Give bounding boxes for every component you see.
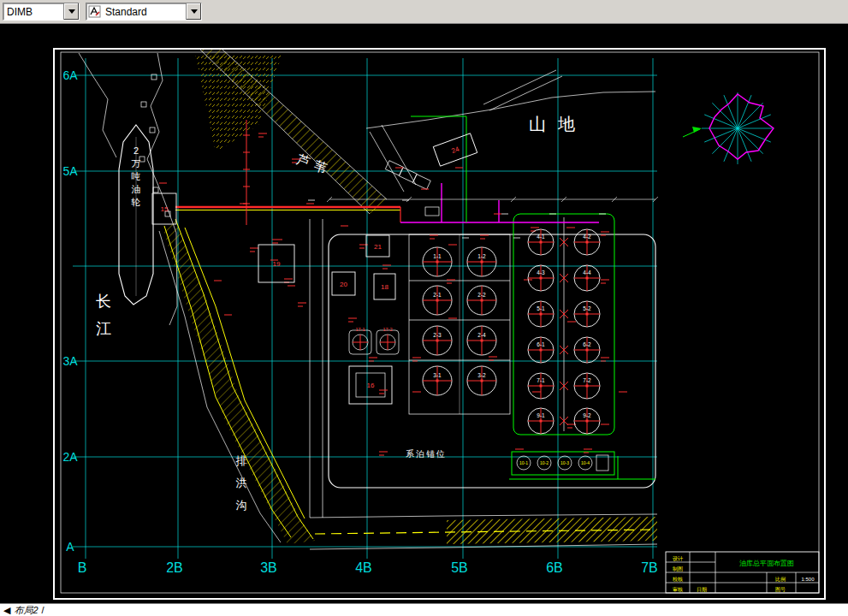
tank-label: 2-4	[477, 332, 486, 338]
building-label: 21	[374, 243, 382, 251]
dim-style-combo[interactable]: DIMB	[3, 3, 80, 21]
small-tank-label: 10-3	[560, 460, 569, 465]
cad-window: DIMB Standard	[0, 0, 848, 616]
chevron-down-icon	[191, 9, 198, 14]
tank-label: 4-2	[583, 234, 591, 240]
tank-center	[540, 241, 543, 244]
tank-center	[540, 420, 543, 423]
text-style-icon	[86, 3, 102, 20]
tank-center	[436, 380, 439, 382]
small-tank-label: 10-1	[519, 460, 528, 465]
building-label: 15	[161, 205, 169, 213]
pump-units: 17-117-2	[353, 327, 395, 350]
small-tank-label: 10-2	[540, 460, 549, 465]
mooring-label: 系泊锚位	[406, 449, 447, 459]
tank-center	[586, 277, 589, 280]
tank-label: 4-3	[537, 270, 545, 275]
tank-center	[540, 385, 543, 388]
title-block-cell: 日期	[697, 587, 707, 593]
axis-label: 6A	[62, 68, 78, 82]
tank-label: 3-2	[477, 372, 486, 378]
pump-label: 17-1	[355, 327, 365, 332]
title-block-cell: 图号	[775, 587, 786, 593]
dim-style-value: DIMB	[3, 3, 63, 20]
layout-tab[interactable]: 布局2	[14, 604, 38, 616]
tank-label: 7-2	[583, 377, 591, 383]
building-label: 19	[273, 260, 281, 268]
tank-center	[586, 349, 589, 352]
title-block-cell: 设计	[673, 555, 683, 561]
tank-label: 7-1	[537, 377, 545, 383]
reed-marsh: 芦苇	[195, 50, 387, 214]
tank-center	[586, 313, 589, 316]
tank-center	[481, 340, 483, 342]
pump-label: 17-2	[382, 327, 392, 332]
axis-label: 6B	[546, 560, 563, 575]
tank-center	[481, 299, 483, 302]
tank-label: 2-2	[477, 292, 486, 298]
tank-label: 4-4	[583, 270, 591, 275]
building-label: 18	[381, 283, 388, 291]
tank-center	[436, 261, 439, 264]
mountain-area: 山地	[366, 70, 655, 133]
title-block-cell: 校核	[672, 577, 683, 582]
tank-farm-facility: 系泊锚位	[310, 214, 655, 518]
tank-center	[540, 277, 543, 280]
oil-tanker-ship: 2万吨油轮	[119, 125, 153, 305]
chevron-down-icon	[68, 9, 75, 14]
axis-label: 4B	[355, 560, 372, 575]
tank-center	[540, 349, 543, 352]
tank-label: 9-2	[583, 412, 591, 418]
storage-tanks: 1-11-22-12-22-32-43-13-24-14-24-34-45-15…	[423, 229, 600, 434]
text-style-value: Standard	[102, 3, 186, 20]
tank-label: 9-1	[537, 412, 545, 418]
wind-rose	[683, 92, 774, 164]
tank-label: 1-1	[433, 253, 442, 259]
dim-style-dropdown-button[interactable]	[63, 3, 79, 20]
axis-label: 5A	[62, 164, 78, 178]
title-block-cell: 审核	[673, 586, 683, 592]
tank-label: 4-1	[537, 234, 545, 240]
small-tank-label: 10-4	[581, 460, 590, 465]
title-block-cell: 比例	[775, 577, 786, 583]
river-shoreline	[79, 53, 177, 325]
tank-label: 5-1	[537, 305, 545, 311]
tank-label: 3-1	[433, 372, 442, 378]
axis-label: 3A	[62, 354, 78, 368]
axis-label: B	[78, 560, 87, 575]
text-style-dropdown-button[interactable]	[186, 3, 201, 20]
tank-label: 6-1	[537, 341, 545, 347]
tank-center	[481, 261, 483, 264]
tank-label: 2-1	[433, 292, 442, 298]
tank-center	[586, 420, 589, 423]
small-tanks: 10-110-210-310-4	[517, 456, 592, 470]
ditch-label: 排洪沟	[236, 454, 247, 512]
building-label: 24	[450, 145, 460, 156]
axis-label: 3B	[260, 560, 277, 575]
axis-label: 7B	[641, 560, 658, 575]
building-label: 20	[340, 281, 347, 288]
tank-center	[481, 380, 483, 382]
road	[310, 514, 657, 549]
tank-label: 5-2	[583, 305, 591, 311]
layout-tab-bar: ◀ 布局2 /	[0, 603, 848, 616]
tank-center	[586, 241, 589, 244]
tank-label: 1-2	[477, 253, 486, 259]
text-style-combo[interactable]: Standard	[86, 3, 202, 21]
axis-label: A	[66, 540, 74, 554]
drawing-canvas[interactable]: B2B3B4B5B6B7B6A5A3A2AA 2万吨油轮 长江 芦苇	[0, 24, 848, 603]
tab-scroll-icon[interactable]: ◀	[3, 605, 10, 616]
tank-label: 2-3	[433, 332, 442, 338]
drawing-scale: 1:500	[801, 577, 815, 582]
tank-label: 6-2	[583, 341, 591, 347]
tank-center	[586, 385, 589, 388]
drawing-title: 油库总平面布置图	[739, 560, 794, 567]
styles-toolbar: DIMB Standard	[0, 0, 848, 24]
title-block: 设计 制图 校核 审核 日期 油库总平面布置图 比例 1:500 图号	[666, 552, 819, 593]
river-label: 长江	[96, 293, 111, 337]
tank-center	[436, 340, 439, 342]
axis-label: 2B	[166, 560, 183, 575]
axis-label: 2A	[62, 450, 78, 464]
ship-label: 2万吨油轮	[131, 145, 141, 207]
tab-separator: /	[42, 605, 44, 615]
